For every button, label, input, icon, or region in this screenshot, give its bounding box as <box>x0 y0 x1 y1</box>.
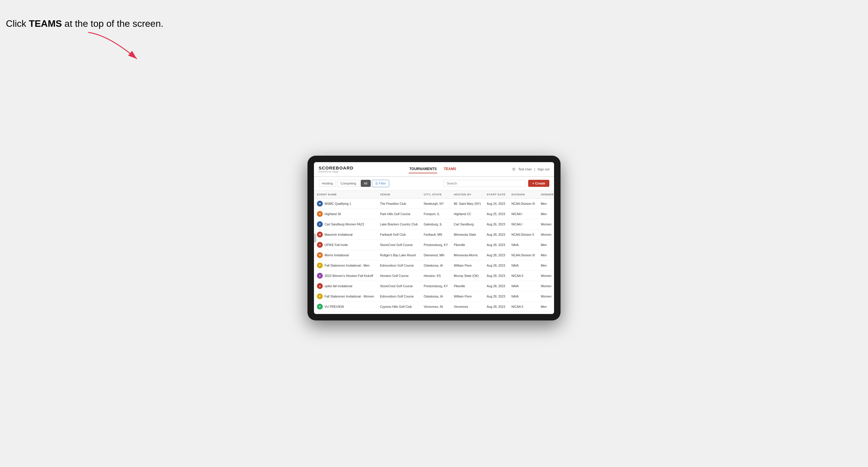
arrow-annotation <box>85 29 150 68</box>
cell-city-state: Newburgh, NY <box>421 198 451 209</box>
cell-event-name: K Klash at Kokopelli <box>314 312 377 314</box>
cell-venue: Lake Bracken Country Club <box>377 219 421 229</box>
team-icon: 2 <box>317 273 323 279</box>
cell-venue: StoneCrest Golf Course <box>377 240 421 250</box>
table-row: F Fall Statesmen Invitational - Women Ed… <box>314 291 554 301</box>
team-icon: F <box>317 262 323 268</box>
event-name-text: Morris Invitational <box>324 253 349 257</box>
cell-venue: Hesston Golf Course <box>377 271 421 281</box>
cell-division: NICAA I <box>508 219 538 229</box>
cell-start-date: Aug 28, 2023 <box>484 240 508 250</box>
cell-gender: Women <box>538 312 554 314</box>
cell-hosted-by: Highland CC <box>451 209 484 219</box>
cell-hosted-by: Carl Sandburg <box>451 219 484 229</box>
competing-button[interactable]: Competing <box>337 180 359 187</box>
table-row: C Carl Sandburg Women FA23 Lake Bracken … <box>314 219 554 229</box>
col-division: DIVISION <box>508 190 538 199</box>
cell-event-name: U UPIKE Fall Invite <box>314 240 377 250</box>
cell-division: NAIA <box>508 260 538 271</box>
cell-start-date: Aug 25, 2023 <box>484 209 508 219</box>
cell-gender: Women <box>538 291 554 301</box>
app-logo-sub: Powered by Clippit <box>319 170 353 173</box>
cell-venue: Faribault Golf Club <box>377 229 421 240</box>
team-icon: F <box>317 293 323 299</box>
cell-gender: Men <box>538 240 554 250</box>
cell-start-date: Aug 28, 2023 <box>484 229 508 240</box>
team-icon: M <box>317 231 323 238</box>
instruction-text: Click TEAMS at the top of the screen. <box>6 18 163 30</box>
cell-gender: Women <box>538 219 554 229</box>
cell-venue: Kokopelli Golf Club <box>377 312 421 314</box>
cell-hosted-by: Pikeville <box>451 281 484 291</box>
cell-venue: Ruttger's Bay Lake Resort <box>377 250 421 260</box>
table-row: K Klash at Kokopelli Kokopelli Golf Club… <box>314 312 554 314</box>
team-icon: V <box>317 304 323 310</box>
filter-button[interactable]: ☰ Filter <box>372 180 390 187</box>
event-name-text: VU PREVIEW <box>324 305 344 308</box>
cell-venue: Park Hills Golf Course <box>377 209 421 219</box>
cell-gender: Women <box>538 229 554 240</box>
cell-gender: Men <box>538 198 554 209</box>
header-right: ⚙ Test User | Sign out <box>512 167 549 172</box>
cell-division: NICAA I <box>508 312 538 314</box>
cell-gender: Men <box>538 260 554 271</box>
cell-gender: Women <box>538 281 554 291</box>
cell-city-state: Galesburg, IL <box>421 219 451 229</box>
table-row: U UPIKE Fall Invite StoneCrest Golf Cour… <box>314 240 554 250</box>
col-venue: VENUE <box>377 190 421 199</box>
toolbar: Hosting Competing All ☰ Filter + Create <box>314 177 554 190</box>
settings-icon[interactable]: ⚙ <box>512 167 516 172</box>
app-header: SCOREBOARD Powered by Clippit TOURNAMENT… <box>314 162 554 177</box>
sign-out-link[interactable]: Sign out <box>537 167 549 171</box>
cell-event-name: u upike fall invitational <box>314 281 377 291</box>
col-city-state: CITY, STATE <box>421 190 451 199</box>
cell-city-state: Vincennes, IN <box>421 301 451 312</box>
separator: | <box>534 167 535 171</box>
table-row: 2 2023 Women's Hesston Fall Kickoff Hess… <box>314 271 554 281</box>
tab-tournaments[interactable]: TOURNAMENTS <box>409 165 437 173</box>
hosting-button[interactable]: Hosting <box>319 180 336 187</box>
cell-venue: Edmundson Golf Course <box>377 291 421 301</box>
col-event-name: EVENT NAME <box>314 190 377 199</box>
event-name-text: Highland 36 <box>324 212 341 216</box>
cell-event-name: C Carl Sandburg Women FA23 <box>314 219 377 229</box>
cell-event-name: M Maverick Invitational <box>314 229 377 240</box>
tournaments-table: EVENT NAME VENUE CITY, STATE HOSTED BY S… <box>314 190 554 314</box>
col-gender: GENDER <box>538 190 554 199</box>
cell-city-state: Freeport, IL <box>421 209 451 219</box>
cell-hosted-by: William Penn <box>451 260 484 271</box>
cell-event-name: M MSMC Qualifying 1 <box>314 198 377 209</box>
event-name-text: upike fall invitational <box>324 284 352 288</box>
event-name-text: 2023 Women's Hesston Fall Kickoff <box>324 274 373 278</box>
cell-hosted-by: Minnesota State <box>451 229 484 240</box>
table-row: M Maverick Invitational Faribault Golf C… <box>314 229 554 240</box>
cell-gender: Women <box>538 271 554 281</box>
cell-hosted-by: William Penn <box>451 291 484 301</box>
cell-venue: StoneCrest Golf Course <box>377 281 421 291</box>
cell-start-date: Aug 28, 2023 <box>484 312 508 314</box>
event-name-text: Fall Statesmen Invitational - Men <box>324 264 370 267</box>
cell-hosted-by: Mt. Saint Mary (NY) <box>451 198 484 209</box>
cell-division: NICAA II <box>508 301 538 312</box>
cell-venue: Edmundson Golf Course <box>377 260 421 271</box>
cell-city-state: Faribault, MN <box>421 229 451 240</box>
collapse-tab[interactable] <box>314 234 316 243</box>
cell-division: NCAA Division II <box>508 229 538 240</box>
all-button[interactable]: All <box>361 180 371 187</box>
search-input[interactable] <box>443 180 526 187</box>
event-name-text: MSMC Qualifying 1 <box>324 202 351 206</box>
cell-city-state: Prestonsburg, KY <box>421 281 451 291</box>
tablet-frame: SCOREBOARD Powered by Clippit TOURNAMENT… <box>308 156 560 320</box>
table-row: H Highland 36 Park Hills Golf Course Fre… <box>314 209 554 219</box>
table-row: M MSMC Qualifying 1 The Powelton Club Ne… <box>314 198 554 209</box>
event-name-text: Fall Statesmen Invitational - Women <box>324 294 374 298</box>
event-name-text: Maverick Invitational <box>324 233 352 236</box>
cell-start-date: Aug 28, 2023 <box>484 281 508 291</box>
cell-division: NAIA <box>508 291 538 301</box>
cell-start-date: Aug 28, 2023 <box>484 250 508 260</box>
cell-hosted-by: John A Logan <box>451 312 484 314</box>
cell-event-name: V VU PREVIEW <box>314 301 377 312</box>
tab-teams[interactable]: TEAMS <box>443 165 457 173</box>
create-button[interactable]: + Create <box>528 180 549 187</box>
cell-city-state: Deerwood, MN <box>421 250 451 260</box>
